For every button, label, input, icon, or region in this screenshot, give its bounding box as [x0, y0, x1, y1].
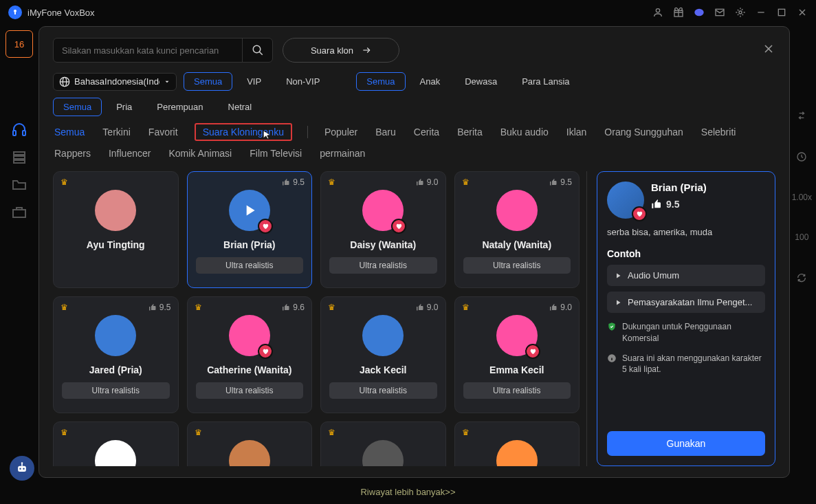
folder-icon[interactable] — [11, 176, 27, 193]
category-tab[interactable]: Influencer — [107, 145, 152, 162]
card-name: Emma Kecil — [489, 364, 544, 375]
category-tab[interactable]: Semua — [53, 124, 86, 140]
titlebar: iMyFone VoxBox — [0, 0, 816, 25]
voice-card[interactable]: ♛ — [187, 421, 313, 466]
filter-pill[interactable]: Non-VIP — [276, 72, 330, 91]
card-rating: 9.5 — [148, 303, 171, 312]
layers-icon[interactable] — [11, 149, 27, 165]
filter-pill[interactable]: VIP — [236, 72, 272, 91]
voice-card[interactable]: ♛9.6Catherine (Wanita)Ultra realistis — [187, 296, 313, 413]
card-avatar — [362, 440, 404, 466]
filter-pill[interactable]: Semua — [184, 72, 232, 91]
voice-card[interactable]: ♛ — [320, 421, 446, 466]
search-button[interactable] — [242, 39, 272, 62]
crown-icon: ♛ — [328, 303, 335, 312]
heart-icon — [632, 206, 647, 221]
gear-icon[interactable] — [735, 7, 746, 18]
shield-check-icon — [607, 322, 617, 331]
assistant-bubble[interactable] — [10, 456, 34, 481]
filter-pill[interactable]: Pria — [106, 98, 142, 116]
filter-pill[interactable]: Anak — [410, 72, 451, 91]
mail-icon[interactable] — [714, 7, 725, 18]
filter-pill[interactable]: Perempuan — [146, 98, 213, 116]
category-tab[interactable]: Favorit — [147, 124, 179, 140]
svg-rect-14 — [14, 156, 25, 159]
svg-rect-8 — [778, 9, 784, 15]
footer-link[interactable]: Riwayat lebih banyak>> — [0, 487, 816, 497]
card-tag: Ultra realistis — [463, 257, 571, 274]
category-tab[interactable]: Selebriti — [700, 124, 738, 140]
use-button[interactable]: Gunakan — [607, 431, 765, 456]
panel-note-cost: Suara ini akan menggunakan karakter 5 ka… — [607, 353, 765, 376]
category-row-1: SemuaTerkiniFavoritSuara KloningankuPopu… — [53, 123, 775, 141]
voice-card[interactable]: ♛9.0Emma KecilUltra realistis — [454, 296, 580, 413]
volume-value[interactable]: 100 — [795, 232, 808, 242]
card-rating: 9.5 — [282, 177, 305, 187]
modal-close-button[interactable] — [762, 42, 775, 58]
reverse-icon[interactable] — [796, 110, 807, 121]
category-tab[interactable]: Suara Kloninganku — [195, 123, 292, 141]
card-name: Ayu Tingting — [87, 239, 145, 250]
minimize-icon[interactable] — [756, 7, 767, 18]
filter-pill[interactable]: Dewasa — [454, 72, 507, 91]
cursor-icon — [262, 129, 272, 141]
search-input[interactable] — [54, 39, 242, 62]
category-tab[interactable]: Rappers — [53, 145, 92, 162]
category-tab[interactable]: Komik Animasi — [167, 145, 233, 162]
left-badge[interactable]: 16 — [5, 30, 33, 58]
sample-row[interactable]: Audio Umum — [607, 265, 765, 286]
svg-point-2 — [656, 9, 659, 12]
voice-grid-scroll[interactable]: ♛Ayu Tingting9.5Brian (Pria)Ultra realis… — [53, 171, 587, 466]
toolbox-icon[interactable] — [11, 204, 27, 220]
crown-icon: ♛ — [60, 428, 68, 437]
discord-icon[interactable] — [694, 7, 705, 18]
info-icon — [607, 353, 617, 363]
heart-icon — [258, 344, 273, 359]
category-tab[interactable]: Berita — [456, 124, 484, 140]
crown-icon: ♛ — [60, 303, 68, 312]
voice-card[interactable]: ♛9.5Nataly (Wanita)Ultra realistis — [454, 171, 580, 288]
card-avatar — [496, 440, 538, 466]
category-tab[interactable]: Baru — [374, 124, 397, 140]
crown-icon: ♛ — [328, 177, 335, 187]
category-tab[interactable]: Terkini — [101, 124, 131, 140]
filter-pill[interactable]: Para Lansia — [511, 72, 580, 91]
voice-card[interactable]: ♛ — [454, 421, 580, 466]
voice-card[interactable]: ♛9.0Daisy (Wanita)Ultra realistis — [320, 171, 446, 288]
language-select[interactable]: BahasaIndonesia(Indon — [53, 73, 177, 91]
category-tab[interactable]: Populer — [323, 124, 359, 140]
history-icon[interactable] — [796, 151, 807, 162]
category-tab[interactable]: Orang Sungguhan — [603, 124, 684, 140]
speed-value[interactable]: 1.00x — [792, 193, 812, 202]
maximize-icon[interactable] — [776, 7, 787, 18]
card-avatar — [95, 190, 136, 231]
category-tab[interactable]: Buku audio — [499, 124, 550, 140]
crown-icon: ♛ — [462, 177, 470, 187]
panel-avatar — [607, 182, 644, 219]
gift-icon[interactable] — [673, 7, 684, 18]
category-tab[interactable]: permainan — [318, 145, 366, 162]
right-rail: 1.00x 100 — [792, 110, 812, 283]
voice-card[interactable]: ♛Ayu Tingting — [53, 171, 179, 288]
filter-pill[interactable]: Semua — [53, 98, 102, 116]
voice-card[interactable]: ♛9.5Jared (Pria)Ultra realistis — [53, 296, 179, 413]
close-icon[interactable] — [797, 7, 808, 18]
heart-icon — [258, 219, 273, 234]
heart-icon — [391, 219, 406, 234]
card-avatar — [95, 315, 136, 356]
refresh-icon[interactable] — [796, 272, 807, 283]
voice-card[interactable]: ♛9.0Jack KecilUltra realistis — [320, 296, 446, 413]
filter-pill[interactable]: Semua — [356, 72, 405, 91]
voice-card[interactable]: 9.5Brian (Pria)Ultra realistis — [187, 171, 313, 288]
play-icon — [614, 298, 622, 307]
clone-voice-button[interactable]: Suara klon — [283, 38, 399, 63]
sample-row[interactable]: Pemasyarakatan Ilmu Penget... — [607, 292, 765, 313]
category-tab[interactable]: Film Televisi — [248, 145, 303, 162]
card-rating: 9.0 — [416, 177, 439, 187]
filter-pill[interactable]: Netral — [218, 98, 263, 116]
category-tab[interactable]: Cerita — [412, 124, 441, 140]
user-icon[interactable] — [652, 7, 663, 18]
headphones-icon[interactable] — [11, 121, 27, 138]
voice-card[interactable]: ♛ — [53, 421, 179, 466]
category-tab[interactable]: Iklan — [565, 124, 588, 140]
